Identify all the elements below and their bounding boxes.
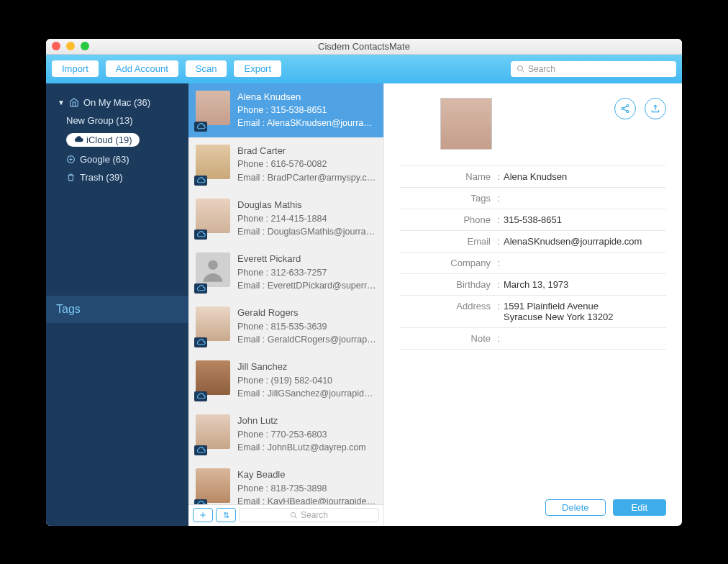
tags-header[interactable]: Tags	[46, 296, 188, 323]
cloud-badge-icon	[194, 445, 207, 455]
scan-button[interactable]: Scan	[186, 60, 227, 77]
detail-avatar	[440, 98, 492, 150]
contact-email: Email : AlenaSKnudsen@jourrapide...	[237, 117, 376, 129]
share-button[interactable]	[614, 98, 636, 119]
upload-icon	[650, 104, 660, 114]
add-contact-button[interactable]: ＋	[193, 508, 213, 522]
avatar-wrap	[196, 199, 230, 238]
cloud-badge-icon	[194, 229, 207, 240]
contact-detail: Name : Alena Knudsen Tags : Phone : 315-…	[384, 83, 682, 526]
import-button[interactable]: Import	[52, 60, 99, 77]
avatar	[196, 414, 230, 449]
avatar	[196, 253, 230, 287]
svg-point-0	[518, 65, 523, 70]
contact-email: Email : GeraldCRogers@jourrapide...	[237, 333, 376, 346]
contact-name: Jill Sanchez	[237, 360, 376, 374]
contact-email: Email : KayHBeadle@jourrapide.com	[237, 495, 376, 504]
contact-info: Jill Sanchez Phone : (919) 582-0410 Emai…	[237, 360, 376, 400]
field-company: Company :	[400, 253, 666, 274]
list-search-input[interactable]: Search	[239, 508, 379, 522]
detail-fields: Name : Alena Knudsen Tags : Phone : 315-…	[400, 165, 666, 350]
field-address: Address : 1591 Plainfield Avenue Syracus…	[400, 296, 666, 328]
export-button[interactable]: Export	[234, 60, 281, 77]
home-icon	[69, 97, 79, 107]
avatar	[196, 91, 230, 125]
contact-phone: Phone : 315-538-8651	[237, 104, 376, 117]
field-note: Note :	[400, 328, 666, 350]
contact-info: Everett Pickard Phone : 312-633-7257 Ema…	[237, 253, 376, 292]
contact-email: Email : JohnBLutz@dayrep.com	[237, 441, 376, 454]
content: ▼ On My Mac (36) New Group (13) iCloud (…	[46, 83, 682, 526]
app-window: Cisdem ContactsMate Import Add Account S…	[46, 39, 682, 526]
contact-info: John Lutz Phone : 770-253-6803 Email : J…	[237, 414, 376, 454]
contact-phone: Phone : 770-253-6803	[237, 428, 376, 441]
search-input[interactable]: Search	[511, 61, 676, 77]
sidebar-item-on-my-mac[interactable]: ▼ On My Mac (36)	[46, 94, 188, 112]
share-icon	[620, 104, 630, 114]
svg-line-10	[624, 109, 627, 111]
avatar	[196, 199, 230, 233]
contact-row[interactable]: John Lutz Phone : 770-253-6803 Email : J…	[188, 407, 383, 461]
contact-phone: Phone : 312-633-7257	[237, 266, 376, 279]
field-birthday: Birthday : March 13, 1973	[400, 274, 666, 296]
contact-phone: Phone : 214-415-1884	[237, 212, 376, 225]
sidebar-item-trash[interactable]: Trash (39)	[46, 168, 188, 186]
contact-row[interactable]: Brad Carter Phone : 616-576-0082 Email :…	[188, 137, 383, 191]
svg-line-5	[295, 516, 297, 518]
contact-email: Email : DouglasGMathis@jourrapid...	[237, 225, 376, 238]
field-name: Name : Alena Knudsen	[400, 165, 666, 188]
avatar-wrap	[196, 414, 230, 454]
field-tags: Tags :	[400, 188, 666, 209]
field-phone: Phone : 315-538-8651	[400, 209, 666, 231]
cloud-badge-icon	[194, 283, 207, 294]
avatar-wrap	[196, 91, 230, 130]
cloud-badge-icon	[194, 176, 207, 186]
cloud-badge-icon	[194, 391, 207, 401]
sidebar-item-new-group[interactable]: New Group (13)	[46, 112, 188, 129]
search-icon	[517, 65, 525, 73]
contact-row[interactable]: Everett Pickard Phone : 312-633-7257 Ema…	[188, 245, 383, 299]
sidebar-groups: ▼ On My Mac (36) New Group (13) iCloud (…	[46, 83, 188, 296]
sort-button[interactable]: ⇅	[216, 508, 236, 522]
contact-list-scroll[interactable]: Alena Knudsen Phone : 315-538-8651 Email…	[188, 83, 383, 504]
svg-point-3	[208, 260, 217, 269]
sidebar-item-google[interactable]: Google (63)	[46, 150, 188, 168]
avatar-wrap	[196, 360, 230, 400]
contact-email: Email : BradPCarter@armyspy.com	[237, 171, 376, 184]
contact-info: Douglas Mathis Phone : 214-415-1884 Emai…	[237, 199, 376, 238]
avatar	[196, 145, 230, 179]
contact-row[interactable]: Kay Beadle Phone : 818-735-3898 Email : …	[188, 461, 383, 504]
avatar-wrap	[196, 306, 230, 346]
svg-point-4	[291, 512, 295, 517]
tags-area	[46, 323, 188, 526]
avatar-wrap	[196, 145, 230, 184]
chevron-down-icon: ▼	[58, 99, 65, 106]
contact-name: Alena Knudsen	[237, 91, 376, 104]
contact-row[interactable]: Gerald Rogers Phone : 815-535-3639 Email…	[188, 299, 383, 353]
window-title: Cisdem ContactsMate	[46, 41, 682, 52]
contact-row[interactable]: Alena Knudsen Phone : 315-538-8651 Email…	[188, 83, 383, 137]
contact-name: Kay Beadle	[237, 468, 376, 482]
google-icon	[66, 155, 76, 164]
export-contact-button[interactable]	[645, 98, 666, 119]
detail-footer: Delete Edit	[400, 499, 666, 516]
contact-info: Gerald Rogers Phone : 815-535-3639 Email…	[237, 306, 376, 346]
contact-name: John Lutz	[237, 414, 376, 428]
contact-info: Kay Beadle Phone : 818-735-3898 Email : …	[237, 468, 376, 504]
sidebar-item-icloud[interactable]: iCloud (19)	[46, 129, 188, 150]
delete-button[interactable]: Delete	[545, 499, 606, 516]
edit-button[interactable]: Edit	[613, 499, 666, 516]
contact-email: Email : EverettDPickard@superrito...	[237, 279, 376, 292]
avatar-wrap	[196, 253, 230, 292]
avatar-wrap	[196, 468, 230, 504]
add-account-button[interactable]: Add Account	[106, 60, 178, 77]
contact-row[interactable]: Douglas Mathis Phone : 214-415-1884 Emai…	[188, 191, 383, 245]
contact-phone: Phone : 616-576-0082	[237, 158, 376, 170]
contact-row[interactable]: Jill Sanchez Phone : (919) 582-0410 Emai…	[188, 353, 383, 407]
trash-icon	[66, 173, 76, 182]
contact-phone: Phone : 815-535-3639	[237, 320, 376, 333]
svg-line-9	[624, 106, 627, 108]
search-icon	[290, 511, 298, 519]
avatar	[196, 306, 230, 341]
contact-name: Brad Carter	[237, 145, 376, 158]
